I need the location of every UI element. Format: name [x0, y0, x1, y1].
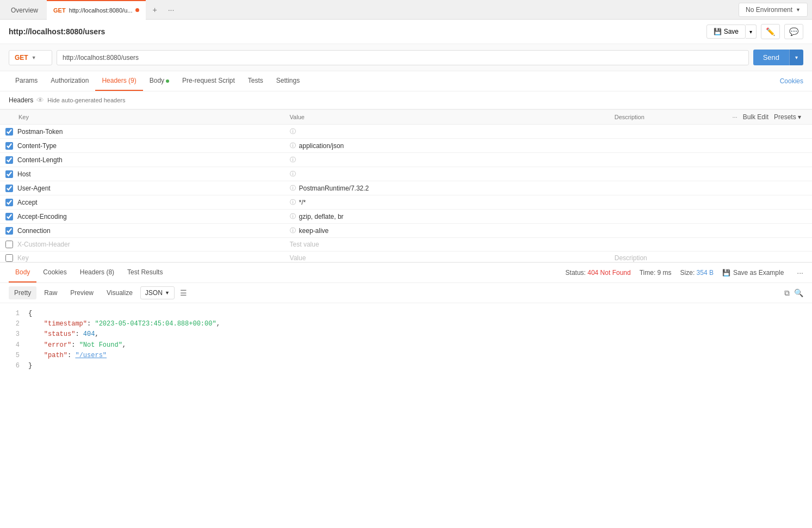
- resp-tab-cookies[interactable]: Cookies: [36, 263, 73, 283]
- tab-more-button[interactable]: ···: [164, 5, 179, 14]
- header-key-cell: Accept-Encoding: [0, 210, 284, 224]
- copy-button[interactable]: ⧉: [784, 288, 790, 298]
- partial-desc: Description: [615, 254, 647, 262]
- placeholder-checkbox[interactable]: [5, 241, 13, 248]
- time-label: Time: 9 ms: [640, 269, 672, 277]
- resp-tab-body[interactable]: Body: [9, 263, 36, 283]
- path-link[interactable]: "/users": [75, 352, 107, 359]
- tab-settings[interactable]: Settings: [270, 71, 306, 91]
- header-checkbox[interactable]: [5, 185, 13, 192]
- presets-button[interactable]: Presets ▾: [774, 113, 801, 121]
- hide-autogen-button[interactable]: Hide auto-generated headers: [47, 97, 125, 103]
- tab-params[interactable]: Params: [9, 71, 44, 91]
- header-key-value: Accept-Encoding: [17, 213, 67, 220]
- tab-bar: Overview GET http://localhost:8080/u... …: [0, 0, 812, 20]
- header-value-text: application/json: [299, 142, 344, 150]
- tab-url-label: http://localhost:8080/u...: [69, 7, 133, 14]
- code-line-1: 1 {: [9, 309, 803, 319]
- comment-button[interactable]: 💬: [784, 24, 803, 39]
- header-checkbox[interactable]: [5, 213, 13, 220]
- url-input[interactable]: [57, 50, 749, 65]
- header-key-cell: User-Agent: [0, 181, 284, 195]
- header-key-value: Content-Length: [17, 156, 63, 164]
- table-row: User-Agent ⓘ PostmanRuntime/7.32.2: [0, 181, 812, 195]
- response-actions: ⧉ 🔍: [784, 288, 803, 298]
- resp-body-tab-pretty[interactable]: Pretty: [9, 286, 36, 299]
- resp-body-tab-preview[interactable]: Preview: [65, 286, 99, 299]
- resp-body-tab-raw[interactable]: Raw: [39, 286, 63, 299]
- save-chevron-button[interactable]: ▾: [746, 24, 757, 39]
- headers-table: Key Value Description ··· Bulk Edit Pres…: [0, 109, 812, 262]
- search-button[interactable]: 🔍: [794, 288, 803, 297]
- info-icon: ⓘ: [290, 142, 296, 150]
- tab-active-request[interactable]: GET http://localhost:8080/u...: [47, 0, 146, 20]
- filter-icon[interactable]: ☰: [177, 288, 190, 297]
- partial-value: Value: [290, 254, 306, 262]
- header-checkbox[interactable]: [5, 156, 13, 164]
- header-value-text: gzip, deflate, br: [299, 213, 344, 220]
- tab-overview[interactable]: Overview: [4, 0, 45, 20]
- info-icon: ⓘ: [290, 212, 296, 220]
- header-value-cell: ⓘ: [284, 153, 609, 167]
- header-key-cell: Accept: [0, 195, 284, 210]
- tab-add-button[interactable]: +: [148, 5, 161, 14]
- resp-body-tab-visualize[interactable]: Visualize: [101, 286, 138, 299]
- status-code: 404 Not Found: [587, 269, 630, 277]
- table-row: Host ⓘ: [0, 167, 812, 181]
- edit-button[interactable]: ✏️: [761, 24, 780, 39]
- header-key-cell: Content-Length: [0, 153, 284, 167]
- header-desc-cell: [609, 195, 812, 210]
- code-line-4: 4 "error": "Not Found",: [9, 340, 803, 351]
- tab-tests[interactable]: Tests: [241, 71, 270, 91]
- method-selector[interactable]: GET ▼: [9, 50, 52, 65]
- send-chevron-button[interactable]: ▾: [789, 50, 803, 65]
- header-key-cell: Connection: [0, 224, 284, 238]
- resp-tab-headers[interactable]: Headers (8): [73, 263, 121, 283]
- header-desc-cell: [609, 224, 812, 238]
- tab-authorization[interactable]: Authorization: [44, 71, 95, 91]
- tab-body[interactable]: Body: [143, 71, 176, 91]
- tab-headers[interactable]: Headers (9): [95, 71, 142, 91]
- header-value-cell: ⓘ PostmanRuntime/7.32.2: [284, 181, 609, 195]
- header-value-cell: ⓘ: [284, 167, 609, 181]
- header-checkbox[interactable]: [5, 227, 13, 235]
- code-line-2: 2 "timestamp": "2023-05-04T23:45:04.888+…: [9, 319, 803, 329]
- save-label: Save: [724, 28, 739, 35]
- response-more-button[interactable]: ···: [797, 268, 803, 277]
- tab-pre-request[interactable]: Pre-request Script: [176, 71, 241, 91]
- send-button[interactable]: Send: [753, 50, 789, 65]
- header-checkbox[interactable]: [5, 199, 13, 206]
- partial-checkbox[interactable]: [5, 254, 13, 262]
- header-checkbox[interactable]: [5, 170, 13, 178]
- header-key-value: Postman-Token: [17, 128, 63, 136]
- header-desc-cell: [609, 210, 812, 224]
- tab-modified-dot: [135, 8, 139, 12]
- body-dot: [166, 79, 169, 83]
- save-button[interactable]: 💾 Save: [706, 24, 746, 39]
- url-bar: GET ▼ Send ▾: [0, 44, 812, 71]
- header-key-cell: Postman-Token: [0, 125, 284, 139]
- bulk-edit-button[interactable]: Bulk Edit: [743, 113, 768, 121]
- header-key-value: Content-Type: [17, 142, 57, 150]
- header-checkbox[interactable]: [5, 128, 13, 136]
- header-key-value: Connection: [17, 227, 51, 235]
- code-line-5: 5 "path": "/users": [9, 351, 803, 361]
- request-title-bar: http://localhost:8080/users 💾 Save ▾ ✏️ …: [0, 20, 812, 44]
- format-selector[interactable]: JSON ▼: [140, 286, 175, 299]
- info-icon: ⓘ: [290, 156, 296, 164]
- table-row: Connection ⓘ keep-alive: [0, 224, 812, 238]
- dots-header-icon[interactable]: ···: [732, 114, 737, 120]
- code-line-3: 3 "status": 404,: [9, 329, 803, 340]
- environment-selector[interactable]: No Environment ▼: [739, 3, 808, 17]
- info-icon: ⓘ: [290, 127, 296, 136]
- cookies-link[interactable]: Cookies: [780, 77, 803, 85]
- headers-section-label: Headers 👁 Hide auto-generated headers: [0, 91, 812, 109]
- format-chevron-icon: ▼: [165, 290, 170, 296]
- response-code-view: 1 { 2 "timestamp": "2023-05-04T23:45:04.…: [0, 303, 812, 377]
- header-checkbox[interactable]: [5, 142, 13, 150]
- header-value-text: */*: [299, 199, 306, 206]
- resp-tab-test-results[interactable]: Test Results: [121, 263, 169, 283]
- header-value-cell: ⓘ keep-alive: [284, 224, 609, 238]
- table-row: Content-Type ⓘ application/json: [0, 139, 812, 153]
- save-example-button[interactable]: 💾 Save as Example: [722, 269, 784, 277]
